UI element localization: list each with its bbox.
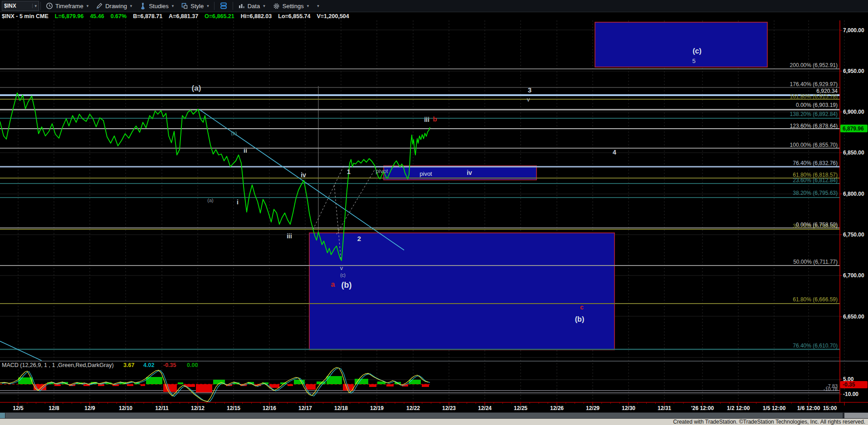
chart-canvas[interactable]: (a)(b)iiiv1(a)iiii2v(c)a(b)iiibv34(c)5c(… [0, 0, 868, 425]
price-axis-label: 6,950.00 [843, 68, 864, 74]
macd-value: 0.00 [187, 362, 198, 368]
time-axis-label: '26 12:00 [691, 405, 714, 411]
symbol-info-segment: $INX - 5 min CME [2, 13, 49, 19]
symbol-info-segment: A=6,881.37 [169, 13, 198, 19]
time-axis-label: 12/25 [514, 405, 527, 411]
symbol-combo-value: $INX [4, 3, 16, 9]
time-axis-label: 12/12 [191, 405, 205, 411]
fib-label: 76.40% (6,832.76) [793, 160, 838, 166]
wave-label: (b) [575, 315, 584, 323]
time-axis-label: 12/8 [49, 405, 59, 411]
data-label: Data [248, 3, 260, 10]
wave-label: b [433, 115, 437, 123]
macd-histogram-bar [317, 382, 326, 384]
scrollbar-thumb[interactable] [5, 413, 843, 418]
layers-icon [219, 2, 228, 10]
chevron-down-icon: ▾ [263, 4, 265, 8]
status-bar: Created with TradeStation. ©TradeStation… [0, 419, 868, 425]
pencil-icon [96, 2, 103, 10]
studies-button[interactable]: Studies ▾ [136, 0, 177, 11]
time-axis-label: 12/30 [622, 405, 635, 411]
gear-icon [273, 2, 280, 10]
macd-value: -0.35 [163, 362, 176, 368]
symbol-info-segment: L=6,879.96 [55, 13, 84, 19]
fib-label: 38.20% (6,795.63) [793, 190, 838, 196]
tradestation-chart-window: $INX ▾ Timeframe ▾ Drawing ▾ Studies ▾ [0, 0, 868, 425]
wave-label: 2 [357, 235, 361, 242]
style-label: Style [190, 3, 204, 10]
macd-histogram-bar [127, 384, 133, 386]
time-axis-label: 12/22 [406, 405, 420, 411]
wave-label: 3 [528, 86, 532, 94]
toolbar-divider [233, 2, 233, 10]
chevron-down-icon: ▾ [32, 4, 37, 8]
macd-histogram-bar [355, 379, 368, 384]
macd-histogram-bar [141, 384, 145, 386]
symbol-combo[interactable]: $INX ▾ [2, 1, 39, 11]
symbol-info-segment: Lo=6,855.74 [278, 13, 310, 19]
drawing-button[interactable]: Drawing ▾ [92, 0, 136, 11]
link-windows-button[interactable] [216, 0, 231, 11]
price-axis-label: 6,850.00 [843, 150, 864, 156]
time-axis-label: 12/11 [155, 405, 169, 411]
copyright-text: Created with TradeStation. ©TradeStation… [673, 419, 865, 425]
time-axis-label: 12/5 [13, 405, 24, 411]
symbol-info-segment: 0.67% [111, 13, 127, 19]
macd-histogram-bar [369, 384, 376, 387]
chart-background [0, 20, 868, 419]
wave-label: (b) [341, 280, 352, 290]
macd-histogram-bar [386, 384, 394, 386]
fib-label: 23.60% (6,812.84) [793, 177, 838, 184]
wave-label: i [237, 198, 239, 206]
time-axis-label: 12/31 [658, 405, 671, 411]
time-axis-label: 12/18 [334, 405, 348, 411]
time-axis-label: 1/2 12:00 [727, 405, 750, 411]
wave-label: (b) [231, 130, 237, 136]
time-axis-label: 12/17 [298, 405, 312, 411]
timeframe-label: Timeframe [55, 3, 83, 10]
wave-label: iv [301, 171, 306, 179]
chevron-down-icon: ▾ [317, 4, 319, 8]
current-price-badge-text: 6,879.96 [843, 126, 864, 132]
scrollbar-left-button[interactable] [0, 413, 5, 418]
fib-label: 0.00% (6,903.19) [796, 102, 838, 108]
time-axis-label: 12/19 [370, 405, 384, 411]
price-axis-label: 6,800.00 [843, 191, 864, 197]
macd-value: 4.02 [143, 362, 154, 368]
price-axis-label: 6,750.00 [843, 232, 864, 238]
style-button[interactable]: Style ▾ [177, 0, 212, 11]
macd-overlay-label: -10.78 [824, 386, 838, 392]
fib-label: 0.00% (6,758.50) [796, 222, 838, 228]
settings-button[interactable]: Settings ▾ [269, 0, 313, 11]
toolbar-overflow-button[interactable]: ▾ [312, 0, 323, 11]
style-icon [181, 2, 188, 10]
time-axis-label: 12/29 [586, 405, 600, 411]
fib-label: 76.40% (6,610.70) [793, 343, 838, 349]
fib-label: 100.00% (6,855.70) [790, 142, 838, 148]
price-axis-label: 7,000.00 [843, 27, 864, 34]
drawing-label: Drawing [105, 3, 127, 10]
macd-histogram-bar [178, 382, 183, 384]
chevron-down-icon: ▾ [130, 4, 132, 8]
time-axis-label: 1/5 12:00 [763, 405, 786, 411]
macd-histogram-bar [163, 384, 177, 392]
wave-label: (a) [207, 198, 213, 203]
wave-label: 1 [347, 168, 351, 175]
wave-label: iii [287, 232, 292, 240]
wave-label: 5 [692, 58, 695, 64]
macd-histogram-bar [98, 384, 104, 386]
timeframe-button[interactable]: Timeframe ▾ [42, 0, 92, 11]
annotation-box [309, 233, 614, 350]
wave-label: c [580, 304, 584, 311]
time-axis-label: 12/15 [227, 405, 240, 411]
flask-icon [139, 2, 146, 10]
fib-label: 200.00% (6,952.91) [790, 62, 838, 68]
macd-histogram-bar [409, 380, 421, 384]
annotation-box [595, 22, 767, 67]
symbol-info-segment: V=1,200,504 [317, 13, 349, 19]
wave-label: 4 [613, 149, 616, 156]
scrollbar-right-segment[interactable] [844, 413, 868, 418]
wave-label: pivot [375, 168, 388, 174]
macd-histogram-bar [54, 384, 61, 386]
data-button[interactable]: Data ▾ [234, 0, 269, 11]
